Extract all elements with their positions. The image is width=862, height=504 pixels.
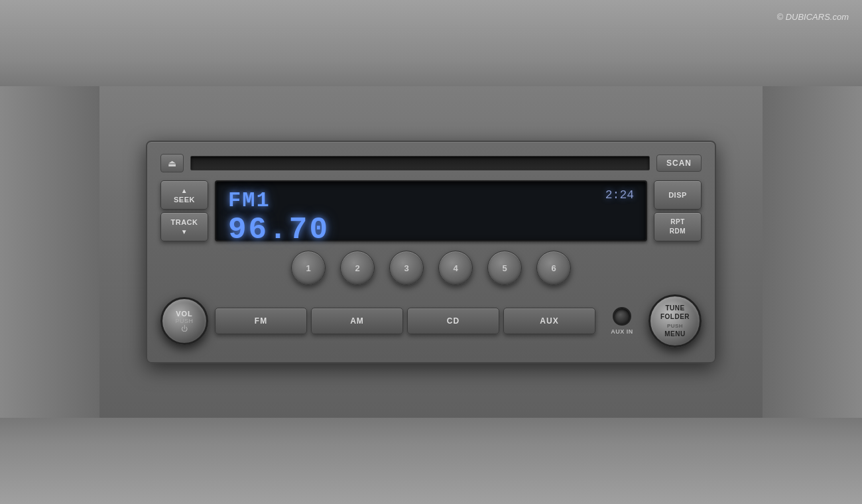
bg-panel-bottom: [0, 418, 862, 504]
bg-panel-right: [763, 86, 862, 418]
disp-button[interactable]: DISP: [654, 180, 702, 210]
aux-in-container: AUX IN: [602, 307, 642, 335]
display-screen: FM1 2:24 96.70: [215, 180, 647, 241]
preset-button-1[interactable]: 1: [291, 251, 326, 285]
power-icon: ⏻: [181, 325, 188, 332]
tune-knob[interactable]: TUNE FOLDER PUSH MENU: [648, 294, 702, 347]
preset-button-6[interactable]: 6: [536, 251, 571, 285]
seek-button[interactable]: SEEK: [160, 180, 208, 210]
rdm-label: RDM: [670, 227, 686, 236]
fm-button[interactable]: FM: [215, 308, 307, 334]
rpt-label: RPT: [670, 218, 685, 227]
seek-label: SEEK: [174, 196, 195, 204]
tune-knob-container: TUNE FOLDER PUSH MENU: [648, 294, 702, 347]
aux-in-label: AUX IN: [611, 328, 633, 335]
display-top-row: FM1 2:24: [228, 188, 634, 213]
vol-push-label: PUSH: [175, 318, 193, 324]
bg-panel-top: [0, 0, 862, 86]
track-button[interactable]: TRACK: [160, 212, 208, 241]
am-button[interactable]: AM: [311, 308, 403, 334]
preset-button-2[interactable]: 2: [340, 251, 375, 285]
vol-knob[interactable]: VOL PUSH ⏻: [160, 297, 208, 345]
bottom-row: VOL PUSH ⏻ FM AM CD AUX AUX IN: [160, 294, 702, 347]
cd-button[interactable]: CD: [407, 308, 499, 334]
preset-row: 1 2 3 4 5 6: [160, 251, 702, 285]
right-button-group: DISP RPT RDM: [654, 180, 702, 241]
seek-track-group: SEEK TRACK: [160, 180, 208, 241]
display-time: 2:24: [605, 188, 634, 202]
vol-knob-container: VOL PUSH ⏻: [160, 297, 208, 345]
tune-label: TUNE FOLDER PUSH MENU: [660, 304, 690, 338]
scan-button[interactable]: SCAN: [656, 155, 702, 172]
radio-unit: ⏏ SCAN SEEK TRACK FM1 2:24: [146, 141, 716, 363]
bg-panel-left: [0, 86, 99, 418]
track-label: TRACK: [171, 218, 198, 226]
preset-button-3[interactable]: 3: [389, 251, 424, 285]
cd-slot: [190, 156, 650, 170]
track-down-icon: [181, 227, 188, 235]
rpt-rdm-button[interactable]: RPT RDM: [654, 212, 702, 241]
preset-button-4[interactable]: 4: [438, 251, 473, 285]
vol-label: VOL: [176, 310, 193, 318]
seek-up-icon: [181, 186, 188, 194]
display-band: FM1: [228, 188, 271, 213]
display-frequency: 96.70: [228, 213, 330, 247]
source-buttons: FM AM CD AUX: [215, 308, 595, 334]
middle-row: SEEK TRACK FM1 2:24 96.70 DISP: [160, 180, 702, 241]
watermark: © DUBICARS.com: [776, 12, 849, 22]
display-freq-row: 96.70: [228, 213, 634, 247]
aux-button[interactable]: AUX: [503, 308, 595, 334]
source-row-top: FM AM CD AUX: [215, 308, 595, 334]
cd-slot-row: ⏏ SCAN: [160, 154, 702, 172]
preset-button-5[interactable]: 5: [487, 251, 522, 285]
eject-button[interactable]: ⏏: [160, 154, 184, 172]
aux-in-jack[interactable]: [613, 307, 631, 326]
